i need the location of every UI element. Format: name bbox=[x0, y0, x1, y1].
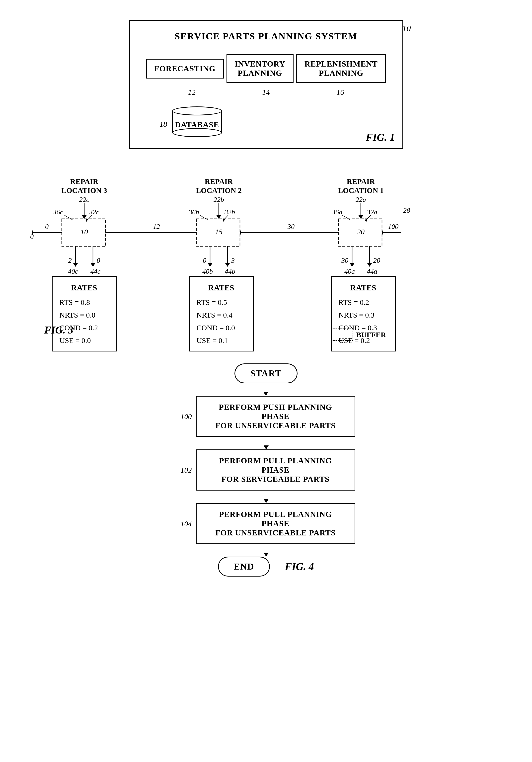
svg-text:22c: 22c bbox=[79, 196, 89, 203]
step100-line1: PERFORM PUSH PLANNING PHASE bbox=[207, 403, 345, 421]
rates1-rts: RTS = 0.2 bbox=[339, 296, 388, 309]
svg-text:0: 0 bbox=[45, 223, 49, 230]
buffer-legend: BUFFER bbox=[331, 329, 386, 341]
svg-text:44b: 44b bbox=[225, 267, 235, 275]
rates3-title: RATES bbox=[60, 281, 109, 294]
end-row: END FIG. 4 bbox=[218, 557, 314, 576]
svg-text:40b: 40b bbox=[202, 267, 213, 275]
svg-text:20: 20 bbox=[373, 257, 380, 264]
svg-text:0: 0 bbox=[30, 233, 33, 240]
svg-text:20: 20 bbox=[357, 228, 365, 236]
fig1-db-row: 18 DATABASE bbox=[160, 107, 387, 133]
rates-box-2: RATES RTS = 0.5 NRTS = 0.4 COND = 0.0 US… bbox=[189, 276, 254, 351]
svg-text:3: 3 bbox=[231, 257, 235, 264]
flow-step-102: 102 PERFORM PULL PLANNING PHASE FOR SERV… bbox=[177, 449, 355, 503]
svg-marker-57 bbox=[208, 263, 213, 267]
fig1-forecasting-box: FORECASTING bbox=[146, 59, 224, 79]
svg-text:30: 30 bbox=[287, 223, 295, 230]
svg-text:15: 15 bbox=[215, 228, 223, 236]
step102-row: 102 PERFORM PULL PLANNING PHASE FOR SERV… bbox=[177, 449, 355, 491]
flow-start: START bbox=[234, 363, 297, 396]
flow-step-104: 104 PERFORM PULL PLANNING PHASE FOR UNSE… bbox=[177, 503, 355, 557]
fig4-label: FIG. 4 bbox=[285, 561, 314, 572]
svg-text:REPAIR: REPAIR bbox=[205, 177, 233, 186]
fig1-title: SERVICE PARTS PLANNING SYSTEM bbox=[145, 31, 387, 41]
svg-text:32b: 32b bbox=[224, 208, 235, 216]
db-text: DATABASE bbox=[175, 120, 219, 129]
step104-num: 104 bbox=[177, 519, 192, 528]
fig4-section: START 100 PERFORM PUSH PLANNING PHASE FO… bbox=[30, 363, 503, 576]
step102-line1: PERFORM PULL PLANNING PHASE bbox=[207, 456, 345, 475]
svg-text:0: 0 bbox=[203, 257, 206, 264]
svg-text:LOCATION 2: LOCATION 2 bbox=[196, 186, 242, 194]
svg-text:36b: 36b bbox=[188, 208, 199, 216]
svg-text:44c: 44c bbox=[90, 267, 100, 275]
buffer-label: BUFFER bbox=[356, 331, 386, 339]
rates-box-3: RATES RTS = 0.8 NRTS = 0.0 COND = 0.2 US… bbox=[52, 276, 117, 351]
svg-text:32c: 32c bbox=[89, 208, 99, 216]
fig1-inventory-box: INVENTORY PLANNING bbox=[227, 54, 294, 83]
svg-text:32a: 32a bbox=[366, 208, 377, 216]
rates2-title: RATES bbox=[197, 281, 246, 294]
svg-text:LOCATION 1: LOCATION 1 bbox=[338, 186, 384, 194]
svg-text:22a: 22a bbox=[356, 196, 366, 203]
arrow-104-to-end bbox=[266, 544, 266, 557]
fig1-num10: 10 bbox=[402, 24, 411, 33]
svg-marker-66 bbox=[367, 263, 372, 267]
rates2-rts: RTS = 0.5 bbox=[197, 296, 246, 309]
fig1-label-18: 18 bbox=[160, 120, 167, 133]
fig3-label: FIG. 3 bbox=[44, 324, 74, 336]
fig1-num12: 12 bbox=[188, 88, 196, 97]
fig1-num16: 16 bbox=[337, 88, 344, 97]
svg-marker-12 bbox=[216, 215, 221, 219]
svg-line-36 bbox=[64, 215, 73, 220]
step102-line2: FOR SERVICEABLE PARTS bbox=[207, 475, 345, 484]
svg-text:0: 0 bbox=[97, 257, 100, 264]
step100-num: 100 bbox=[177, 412, 192, 421]
rates3-rts: RTS = 0.8 bbox=[60, 296, 109, 309]
fig1-top-row: FORECASTING INVENTORY PLANNING REPLENISH… bbox=[145, 54, 387, 83]
end-oval: END bbox=[218, 557, 270, 576]
svg-text:10: 10 bbox=[81, 228, 88, 236]
rates3-nrts: NRTS = 0.0 bbox=[60, 309, 109, 321]
step104-row: 104 PERFORM PULL PLANNING PHASE FOR UNSE… bbox=[177, 503, 355, 544]
flow-step-100: 100 PERFORM PUSH PLANNING PHASE FOR UNSE… bbox=[177, 396, 355, 449]
step102-num: 102 bbox=[177, 466, 192, 474]
step102-rect: PERFORM PULL PLANNING PHASE FOR SERVICEA… bbox=[196, 449, 355, 491]
svg-text:28: 28 bbox=[403, 206, 410, 214]
rates2-use: USE = 0.1 bbox=[197, 334, 246, 347]
svg-text:36c: 36c bbox=[53, 208, 63, 216]
svg-text:12: 12 bbox=[153, 223, 160, 230]
fig3-diagram: REPAIR LOCATION 3 22c REPAIR LOCATION 2 … bbox=[30, 169, 503, 343]
step104-line2: FOR UNSERVICEABLE PARTS bbox=[207, 528, 345, 537]
fig1-numbers-row: 12 14 16 bbox=[145, 88, 387, 97]
fig1-diagram: SERVICE PARTS PLANNING SYSTEM FORECASTIN… bbox=[129, 20, 403, 149]
rates2-cond: COND = 0.0 bbox=[197, 321, 246, 334]
rates1-title: RATES bbox=[339, 281, 388, 294]
step100-line2: FOR UNSERVICEABLE PARTS bbox=[207, 421, 345, 430]
svg-text:100: 100 bbox=[388, 223, 398, 230]
rates2-nrts: NRTS = 0.4 bbox=[197, 309, 246, 321]
buffer-box bbox=[331, 329, 353, 341]
svg-marker-14 bbox=[358, 215, 363, 219]
arrow-102-to-104 bbox=[266, 491, 266, 503]
svg-text:36a: 36a bbox=[332, 208, 342, 216]
step104-rect: PERFORM PULL PLANNING PHASE FOR UNSERVIC… bbox=[196, 503, 355, 544]
start-oval: START bbox=[234, 363, 297, 383]
svg-text:2: 2 bbox=[68, 257, 72, 264]
db-top-ellipse bbox=[172, 107, 222, 115]
fig1-database-cylinder: DATABASE bbox=[172, 107, 222, 133]
step100-rect: PERFORM PUSH PLANNING PHASE FOR UNSERVIC… bbox=[196, 396, 355, 437]
svg-text:REPAIR: REPAIR bbox=[347, 177, 375, 186]
fig1-fig-label: FIG. 1 bbox=[366, 131, 395, 143]
svg-marker-54 bbox=[91, 263, 96, 267]
step100-row: 100 PERFORM PUSH PLANNING PHASE FOR UNSE… bbox=[177, 396, 355, 437]
arrow-100-to-102 bbox=[266, 437, 266, 449]
svg-text:40a: 40a bbox=[344, 267, 355, 275]
svg-text:LOCATION 3: LOCATION 3 bbox=[61, 186, 107, 194]
rates1-nrts: NRTS = 0.3 bbox=[339, 309, 388, 321]
svg-marker-10 bbox=[82, 215, 87, 219]
fig4-flowchart: START 100 PERFORM PUSH PLANNING PHASE FO… bbox=[154, 363, 378, 576]
svg-text:40c: 40c bbox=[68, 267, 78, 275]
step104-line1: PERFORM PULL PLANNING PHASE bbox=[207, 510, 345, 528]
